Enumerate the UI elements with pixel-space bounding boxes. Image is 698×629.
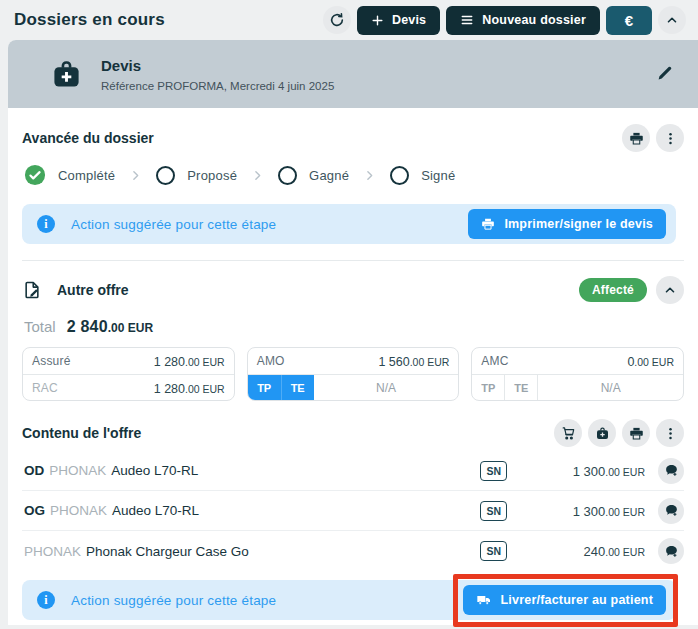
product-price: 1 300.00 EUR (507, 502, 645, 520)
euro-button[interactable]: € (606, 6, 652, 35)
product-row: OD PHONAK Audeo L70-RL SN 1 300.00 EUR (22, 451, 684, 491)
total-label: Total (24, 318, 56, 335)
total-fraction: .00 EUR (108, 321, 153, 335)
content-title: Contenu de l'offre (22, 425, 141, 441)
progress-title: Avancée du dossier (22, 130, 154, 146)
coverage-boxes: Assuré 1 280.00 EUR RAC 1 280.00 EUR AMO… (22, 347, 684, 401)
chevron-up-icon (663, 283, 677, 297)
amo-tp-toggle[interactable]: TP (248, 375, 281, 400)
amc-na: N/A (538, 381, 683, 395)
amc-tp-toggle[interactable]: TP (472, 375, 505, 400)
product-name: Audeo L70-RL (112, 503, 199, 518)
empty-step-circle (156, 166, 175, 185)
step-gagne[interactable]: Gagné (278, 166, 349, 185)
progress-menu-button[interactable] (656, 124, 684, 152)
refresh-button[interactable] (323, 6, 351, 34)
amo-na: N/A (314, 381, 459, 395)
product-brand: PHONAK (50, 503, 107, 518)
chevron-right-icon (129, 169, 142, 182)
suggestion-bar-top: i Action suggérée pour cette étape Impri… (22, 204, 676, 244)
empty-step-circle (278, 166, 297, 185)
amc-te-toggle[interactable]: TE (505, 375, 538, 400)
cart-icon (561, 426, 576, 441)
collapse-offer-button[interactable] (656, 276, 684, 304)
pencil-icon (656, 64, 674, 82)
amo-box: AMO 1 560.00 EUR TP TE N/A (247, 347, 460, 401)
devis-header: Devis Référence PROFORMA, Mercredi 4 jui… (8, 40, 698, 108)
step-signe[interactable]: Signé (390, 166, 455, 185)
sn-badge[interactable]: SN (480, 461, 507, 481)
offer-total: Total 2 840 .00 EUR (22, 318, 684, 336)
chevron-up-icon (665, 13, 679, 27)
product-price: 240.00 EUR (507, 542, 645, 560)
amc-box: AMC 0.00 EUR TP TE N/A (471, 347, 684, 401)
product-price: 1 300.00 EUR (507, 462, 645, 480)
amo-te-toggle[interactable]: TE (281, 375, 314, 400)
offer-section: Autre offre Affecté Total 2 840 .00 EUR … (8, 261, 698, 620)
product-name: Audeo L70-RL (111, 463, 198, 478)
document-edit-icon (22, 280, 42, 300)
chevron-right-icon (251, 169, 264, 182)
offer-title: Autre offre (57, 282, 129, 298)
print-sign-devis-button[interactable]: Imprimer/signer le devis (468, 209, 666, 239)
info-icon: i (37, 591, 55, 609)
edit-devis-button[interactable] (656, 64, 674, 85)
amc-row: AMC 0.00 EUR (472, 348, 683, 374)
empty-step-circle (390, 166, 409, 185)
menu-icon (460, 13, 474, 27)
suggestion-text: Action suggérée pour cette étape (71, 593, 276, 608)
assure-row: Assuré 1 280.00 EUR (23, 348, 234, 374)
collapse-button[interactable] (658, 6, 686, 34)
kebab-menu-icon (663, 131, 678, 146)
amo-row: AMO 1 560.00 EUR (248, 348, 459, 374)
sn-badge[interactable]: SN (480, 541, 507, 561)
step-complete[interactable]: Complété (24, 164, 115, 186)
comment-add-icon (664, 463, 679, 478)
product-row: OG PHONAK Audeo L70-RL SN 1 300.00 EUR (22, 491, 684, 531)
dossier-stepper: Complété Proposé Gagné Signé (22, 164, 684, 186)
plus-icon (371, 14, 384, 27)
header-actions: Devis Nouveau dossier € (323, 6, 686, 35)
product-brand: PHONAK (49, 463, 106, 478)
status-badge: Affecté (579, 278, 647, 302)
product-brand: PHONAK (24, 544, 81, 559)
devis-titles: Devis Référence PROFORMA, Mercredi 4 jui… (101, 57, 334, 92)
medical-bag-icon (595, 426, 610, 441)
chevron-right-icon (363, 169, 376, 182)
step-propose[interactable]: Proposé (156, 166, 237, 185)
comment-add-icon (664, 544, 679, 559)
print-progress-button[interactable] (622, 124, 650, 152)
nouveau-dossier-button[interactable]: Nouveau dossier (446, 6, 600, 35)
add-product-button[interactable] (588, 419, 616, 447)
add-comment-button[interactable] (658, 458, 684, 484)
cart-button[interactable] (554, 419, 582, 447)
add-comment-button[interactable] (658, 538, 684, 564)
devis-button[interactable]: Devis (357, 6, 440, 35)
devis-title: Devis (101, 57, 334, 74)
print-offer-button[interactable] (622, 419, 650, 447)
product-row: PHONAK Phonak Chargeur Case Go SN 240.00… (22, 531, 684, 571)
sn-badge[interactable]: SN (480, 501, 507, 521)
dossier-card: Devis Référence PROFORMA, Mercredi 4 jui… (8, 40, 698, 625)
info-icon: i (37, 215, 55, 233)
progress-section: Avancée du dossier Complété Proposé (8, 108, 698, 261)
truck-icon (476, 592, 492, 608)
printer-icon (629, 426, 644, 441)
total-amount: 2 840 (67, 318, 108, 336)
add-comment-button[interactable] (658, 498, 684, 524)
assure-rac-box: Assuré 1 280.00 EUR RAC 1 280.00 EUR (22, 347, 235, 401)
deliver-invoice-button[interactable]: Livrer/facturer au patient (463, 585, 666, 615)
amc-toggles: TP TE N/A (472, 374, 683, 400)
page-header: Dossiers en cours Devis Nouveau dossier … (0, 0, 698, 40)
content-header: Contenu de l'offre (22, 419, 684, 447)
page-title: Dossiers en cours (14, 10, 165, 30)
devis-subtitle: Référence PROFORMA, Mercredi 4 juin 2025 (101, 80, 334, 92)
product-side: OD (24, 463, 44, 478)
offer-menu-button[interactable] (656, 419, 684, 447)
check-circle-icon (24, 164, 46, 186)
printer-icon (481, 217, 495, 231)
euro-symbol: € (625, 12, 633, 29)
amo-toggles: TP TE N/A (248, 374, 459, 400)
rac-row: RAC 1 280.00 EUR (23, 374, 234, 400)
kebab-menu-icon (663, 426, 678, 441)
